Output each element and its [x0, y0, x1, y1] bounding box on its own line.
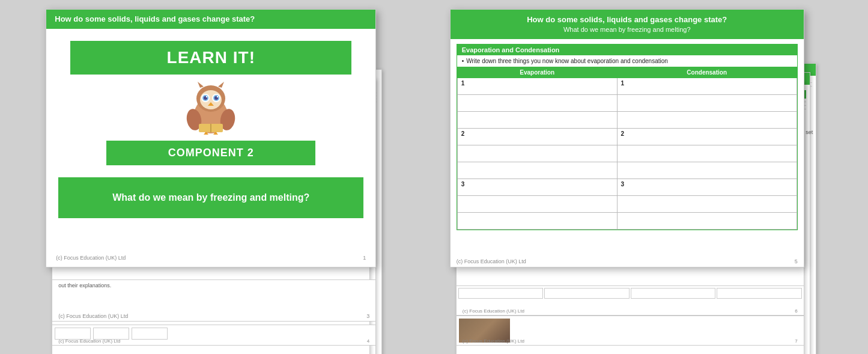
cond-cell-3b: [617, 213, 797, 230]
cond-num-3: 3: [617, 179, 797, 196]
evap-cell-3a: [457, 196, 617, 213]
right-card-header: How do some solids, liquids and gases ch…: [451, 10, 804, 40]
svg-point-8: [206, 96, 207, 97]
evap-cell-1b: [457, 112, 617, 129]
svg-marker-3: [218, 82, 224, 88]
section-instruction: •Write down three things you now know ab…: [457, 55, 797, 67]
svg-point-12: [217, 96, 218, 97]
evap-num-2: 2: [457, 129, 617, 145]
cond-cell-2a: [617, 145, 797, 162]
left-document-stack: (c) Focus Education (UK) Ltd 1 How do so…: [46, 9, 382, 346]
left-card-header: How do some solids, liquids and gases ch…: [46, 10, 375, 29]
partial-footer-copyright: (c) Focus Education (UK) Ltd: [58, 313, 128, 319]
table-row: 2 2: [457, 129, 797, 145]
evap-cell-2a: [457, 145, 617, 162]
table-row: [457, 213, 797, 230]
left-page4-snippet: (c) Focus Education (UK) Ltd 4: [52, 325, 376, 346]
table-row: 3 3: [457, 179, 797, 196]
table-row: [457, 145, 797, 162]
partial-footer-page: 3: [366, 313, 369, 319]
evaporation-col-header: Evaporation: [457, 67, 617, 78]
right-footer-copyright: (c) Focus Education (UK) Ltd: [457, 258, 526, 264]
svg-marker-2: [198, 82, 204, 88]
right-main-card: How do some solids, liquids and gases ch…: [450, 9, 804, 267]
cond-cell-3a: [617, 196, 797, 213]
left-footer-copyright: (c) Focus Education (UK) Ltd: [56, 255, 126, 261]
evap-num-1: 1: [457, 78, 617, 95]
left-main-card: How do some solids, liquids and gases ch…: [46, 9, 376, 267]
cond-cell-1b: [617, 112, 797, 129]
owl-icon: [181, 81, 241, 135]
cond-cell-2b: [617, 162, 797, 179]
table-row: [457, 112, 797, 129]
evap-cell-3b: [457, 213, 617, 230]
evaporation-condensation-section: Evaporation and Condensation •Write down…: [457, 44, 798, 230]
evap-cell-2b: [457, 162, 617, 179]
right-document-stack: (c) Focus Education (UK) Ltd 7 (c) Focus…: [450, 9, 822, 346]
left-footer-page: 1: [363, 255, 366, 261]
cond-cell-1a: [617, 95, 797, 112]
page4-footer2: (c) Focus Education (UK) Ltd: [58, 338, 120, 344]
cond-num-2: 2: [617, 129, 797, 145]
right-partial-page-6: (c) Focus Education (UK) Ltd 6: [456, 285, 804, 316]
section-title: Evaporation and Condensation: [457, 44, 797, 55]
component-banner: COMPONENT 2: [106, 141, 315, 165]
question-banner: What do we mean by freezing and melting?: [58, 177, 363, 218]
learn-it-banner: LEARN IT!: [70, 41, 351, 75]
table-row: [457, 162, 797, 179]
table-row: 1 1: [457, 78, 797, 95]
owl-container: [46, 81, 375, 135]
right-footer-page: 5: [795, 258, 798, 264]
evap-num-3: 3: [457, 179, 617, 196]
evaporation-condensation-table: Evaporation Condensation 1 1: [457, 67, 797, 230]
left-partial-page-2: out their explanations. (c) Focus Educat…: [52, 279, 376, 322]
table-row: [457, 95, 797, 112]
table-row: [457, 196, 797, 213]
cond-num-1: 1: [617, 78, 797, 95]
evap-cell-1a: [457, 95, 617, 112]
right-page7-snippet: (c) Focus Education (UK) Ltd 7: [456, 316, 804, 346]
condensation-col-header: Condensation: [617, 67, 797, 78]
